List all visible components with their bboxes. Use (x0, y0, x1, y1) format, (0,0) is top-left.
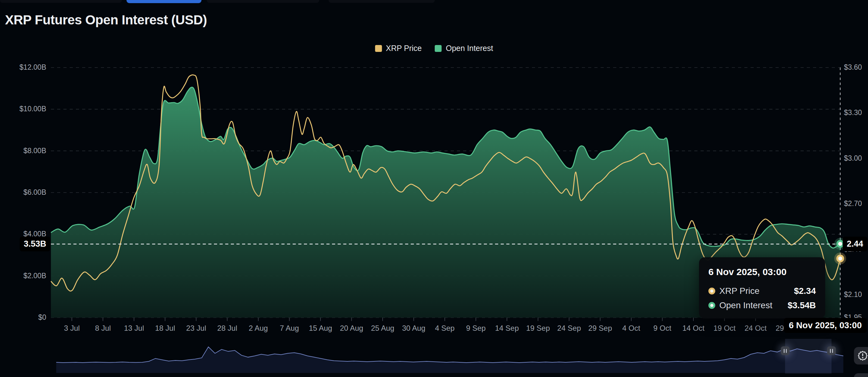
x-tick-label: 3 Jul (64, 324, 80, 332)
crosshair-left-value-pill: 3.53B (20, 237, 50, 251)
x-tick-label: 25 Aug (371, 324, 395, 332)
left-axis-tick-label: $2.00B (0, 272, 46, 280)
x-tick-label: 15 Aug (309, 324, 332, 332)
seal-exclamation-icon (857, 350, 868, 361)
x-tick-label: 14 Sep (495, 324, 519, 332)
x-tick-label: 4 Oct (622, 324, 640, 332)
left-axis-tick-label: $6.00B (0, 188, 46, 197)
x-tick-label: 29 Sep (588, 324, 612, 332)
crosshair-date-pill: 6 Nov 2025, 03:00 (784, 318, 867, 333)
grip-icon (832, 349, 833, 353)
left-axis-tick-label: $12.00B (0, 63, 46, 71)
tooltip-series-value: $3.54B (788, 300, 816, 311)
x-tick-label: 18 Jul (155, 324, 175, 332)
tooltip-series-label: Open Interest (719, 300, 772, 311)
navigator-right-handle[interactable] (827, 346, 836, 355)
chart-tooltip: 6 Nov 2025, 03:00 XRP Price$2.34Open Int… (699, 257, 825, 319)
x-tick-label: 24 Oct (745, 324, 767, 332)
series-dot-icon (708, 288, 715, 294)
x-tick-label: 7 Aug (280, 324, 299, 332)
right-axis-tick-label: $3.00 (844, 154, 862, 163)
grip-icon (784, 349, 785, 353)
navigator-left-handle[interactable] (781, 346, 789, 355)
partial-corner-button[interactable] (854, 373, 868, 377)
x-tick-label: 20 Aug (340, 324, 363, 332)
tooltip-date: 6 Nov 2025, 03:00 (708, 267, 816, 277)
grip-icon (786, 349, 787, 353)
x-tick-label: 9 Sep (466, 324, 486, 332)
right-axis-tick-label: $3.60 (844, 63, 862, 71)
grip-icon (830, 349, 831, 353)
left-axis-tick-label: $8.00B (0, 147, 46, 155)
x-tick-label: 28 Jul (217, 324, 237, 332)
x-tick-label: 30 Aug (402, 324, 426, 332)
tooltip-rows: XRP Price$2.34Open Interest$3.54B (708, 286, 816, 311)
x-tick-label: 19 Oct (713, 324, 736, 332)
crosshair-right-value-pill: 2.44 (843, 237, 867, 251)
left-axis-tick-label: $10.00B (0, 105, 46, 113)
series-dot-icon (708, 302, 715, 309)
tooltip-row-open-interest: Open Interest$3.54B (708, 300, 816, 311)
x-tick-label: 19 Sep (526, 324, 550, 332)
x-tick-label: 4 Sep (435, 324, 455, 332)
x-tick-label: 13 Jul (124, 324, 144, 332)
tooltip-series-value: $2.34 (794, 286, 816, 296)
x-tick-label: 2 Aug (249, 324, 268, 332)
x-tick-label: 9 Oct (653, 324, 671, 332)
x-tick-label: 24 Sep (557, 324, 581, 332)
right-axis-tick-label: $2.70 (844, 199, 862, 208)
x-tick-label: 23 Jul (186, 324, 206, 332)
chart-canvas[interactable] (0, 0, 868, 377)
right-axis-tick-label: $3.30 (844, 109, 862, 117)
alert-badge-button[interactable] (854, 347, 868, 365)
x-tick-label: 8 Jul (95, 324, 111, 332)
app-window: XRP Futures Open Interest (USD) XRP Pric… (0, 0, 868, 377)
right-axis-tick-label: $2.10 (844, 290, 862, 299)
tooltip-row-xrp-price: XRP Price$2.34 (708, 286, 816, 296)
tooltip-series-label: XRP Price (719, 286, 760, 296)
left-axis-tick-label: $0 (0, 313, 46, 322)
x-tick-label: 14 Oct (682, 324, 705, 332)
